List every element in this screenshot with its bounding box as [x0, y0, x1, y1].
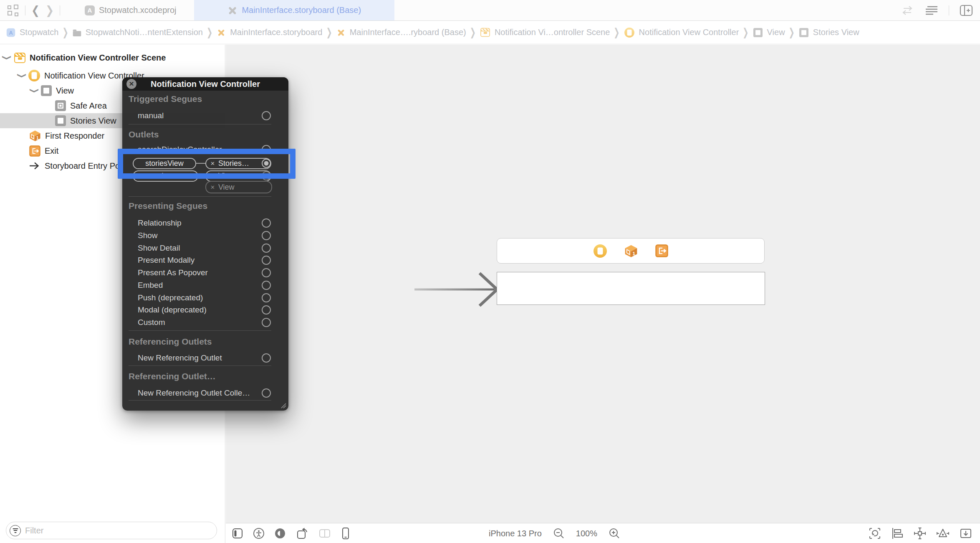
row-label: Relationship: [138, 218, 182, 228]
document-outline-toggle-icon[interactable]: [231, 527, 244, 540]
chevron-right-icon: ❯: [789, 26, 795, 39]
popup-row-custom[interactable]: Custom: [122, 317, 288, 328]
clear-connection-icon: ✕: [210, 184, 215, 190]
view-icon: [753, 28, 763, 37]
breadcrumb-view[interactable]: View: [753, 27, 785, 38]
update-frames-icon[interactable]: [868, 527, 881, 540]
canvas-bottom-bar: iPhone 13 Pro 100%: [226, 523, 980, 543]
adjust-editor-options-icon[interactable]: [924, 4, 939, 17]
popup-row-embed[interactable]: Embed: [122, 280, 288, 291]
connect-socket-icon[interactable]: [262, 293, 271, 302]
popup-row-ghost-view: ✕ View: [122, 181, 288, 193]
section-presenting-segues: Presenting Segues: [129, 200, 207, 211]
disclosure-chevron-icon[interactable]: ❯: [29, 87, 40, 94]
row-label: Modal (deprecated): [138, 304, 207, 315]
target-name: View: [218, 183, 235, 192]
view-controller-icon: [28, 70, 40, 81]
safe-area-icon: [55, 100, 66, 111]
breadcrumb-view-controller[interactable]: Notification View Controller: [624, 27, 739, 38]
disclosure-chevron-icon[interactable]: ❯: [2, 54, 12, 61]
popup-row-modal-deprecated[interactable]: Modal (deprecated): [122, 304, 288, 315]
row-label: New Referencing Outlet: [138, 353, 222, 363]
outline-row-scene[interactable]: ❯ Notification View Controller Scene: [0, 50, 225, 65]
embed-icon[interactable]: [959, 527, 972, 540]
scene-dock[interactable]: 1: [497, 238, 765, 264]
connect-socket-icon[interactable]: [262, 305, 271, 315]
notification-view[interactable]: [497, 272, 765, 305]
popup-row-manual[interactable]: manual: [122, 110, 288, 121]
connections-popup[interactable]: ✕ Notification View Controller Triggered…: [122, 77, 288, 411]
divider: [129, 365, 271, 366]
view-controller-icon[interactable]: [594, 244, 607, 258]
popup-header[interactable]: ✕ Notification View Controller: [122, 77, 288, 91]
device-label[interactable]: iPhone 13 Pro: [489, 529, 542, 538]
connect-socket-icon[interactable]: [262, 231, 271, 240]
tab-bar: ❮ ❯ A Stopwatch.xcodeproj MainInterface.…: [0, 0, 980, 21]
add-constraints-icon[interactable]: [913, 527, 927, 540]
breadcrumb-file-base[interactable]: MainInterface….ryboard (Base): [336, 28, 466, 38]
filter-input[interactable]: [25, 526, 200, 535]
section-referencing-outlets: Referencing Outlets: [129, 336, 212, 347]
back-button[interactable]: ❮: [31, 3, 40, 17]
divider: [949, 5, 949, 15]
row-label: manual: [138, 110, 164, 121]
popup-row-new-referencing-outlet-collection[interactable]: New Referencing Outlet Colle…: [122, 388, 288, 398]
connect-socket-icon[interactable]: [262, 281, 271, 290]
disclosure-chevron-icon[interactable]: ❯: [17, 72, 27, 79]
tab-maininterface-storyboard[interactable]: MainInterface.storyboard (Base): [194, 0, 394, 20]
filter-icon: [10, 525, 21, 536]
first-responder-cube-icon[interactable]: 1: [624, 244, 638, 258]
breadcrumb-stories-view[interactable]: Stories View: [798, 27, 859, 38]
connect-socket-icon[interactable]: [262, 218, 271, 228]
popup-row-show[interactable]: Show: [122, 230, 288, 241]
divider: [129, 124, 271, 124]
breadcrumb-target[interactable]: StopwatchNoti…ntentExtension: [72, 28, 203, 37]
breadcrumb-file[interactable]: MainInterface.storyboard: [216, 28, 322, 38]
scene-icon: [14, 53, 25, 63]
popup-row-new-referencing-outlet[interactable]: New Referencing Outlet: [122, 353, 288, 363]
storyboard-file-icon: [227, 5, 237, 15]
filter-field[interactable]: [6, 522, 217, 539]
connect-socket-icon[interactable]: [262, 353, 271, 363]
section-referencing-outlet-collections: Referencing Outlet…: [129, 371, 216, 382]
storyboard-canvas[interactable]: 1: [226, 45, 980, 523]
editor-overview-icon[interactable]: [8, 5, 19, 16]
chevron-right-icon: ❯: [470, 26, 476, 39]
popup-row-present-as-popover[interactable]: Present As Popover: [122, 267, 288, 278]
tab-stopwatch-xcodeproj[interactable]: A Stopwatch.xcodeproj: [67, 0, 194, 20]
add-editor-icon[interactable]: [959, 4, 973, 17]
forward-button[interactable]: ❯: [45, 3, 54, 17]
connect-socket-icon[interactable]: [262, 256, 271, 265]
accessibility-icon[interactable]: [253, 527, 265, 540]
zoom-level[interactable]: 100%: [576, 529, 597, 538]
breadcrumb-project[interactable]: A Stopwatch: [6, 28, 58, 38]
row-label: Present As Popover: [138, 267, 208, 278]
orientation-icon[interactable]: [295, 527, 309, 540]
appearance-toggle-icon[interactable]: [274, 527, 286, 540]
zoom-out-icon[interactable]: [553, 527, 565, 540]
exit-icon[interactable]: [655, 244, 668, 257]
split-view-icon[interactable]: [318, 527, 331, 540]
breadcrumb-scene[interactable]: Notification Vi…ontroller Scene: [480, 27, 610, 38]
zoom-in-icon[interactable]: [608, 527, 621, 540]
connect-socket-icon[interactable]: [262, 388, 271, 398]
code-review-icon[interactable]: [900, 4, 914, 17]
connect-socket-icon[interactable]: [262, 244, 271, 253]
connect-socket-icon[interactable]: [262, 268, 271, 277]
device-icon[interactable]: [340, 527, 351, 540]
tab-label: Stopwatch.xcodeproj: [99, 5, 177, 15]
folder-icon: [73, 31, 81, 36]
resize-grip[interactable]: [280, 402, 286, 409]
breadcrumb-label: MainInterface….ryboard (Base): [350, 28, 466, 37]
section-outlets: Outlets: [129, 129, 159, 140]
close-icon[interactable]: ✕: [126, 79, 136, 89]
popup-row-push-deprecated[interactable]: Push (deprecated): [122, 292, 288, 303]
resolve-autolayout-icon[interactable]: [936, 527, 950, 540]
connect-socket-icon[interactable]: [262, 111, 271, 120]
popup-row-present-modally[interactable]: Present Modally: [122, 255, 288, 266]
align-icon[interactable]: [891, 527, 904, 540]
row-label: New Referencing Outlet Colle…: [138, 388, 250, 398]
popup-row-show-detail[interactable]: Show Detail: [122, 243, 288, 254]
connect-socket-icon[interactable]: [262, 318, 271, 327]
popup-row-relationship[interactable]: Relationship: [122, 218, 288, 228]
